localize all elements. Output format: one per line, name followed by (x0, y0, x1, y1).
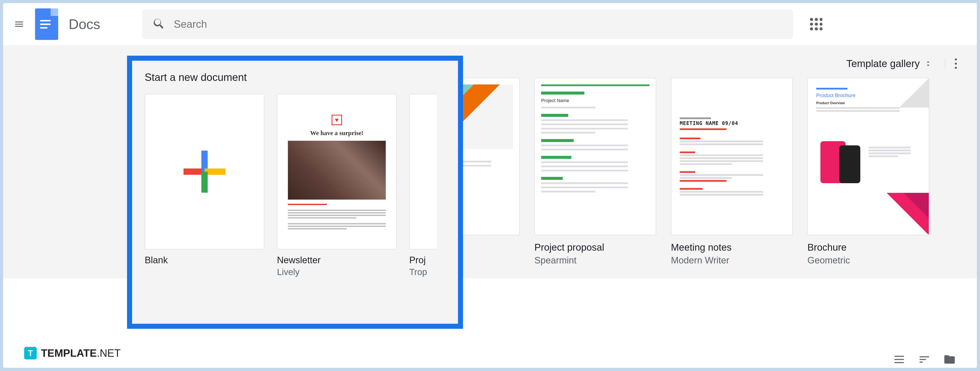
sort-icon[interactable] (918, 353, 931, 366)
template-subtitle: Geometric (807, 255, 929, 266)
watermark-thin: .NET (97, 347, 121, 359)
template-card-tropic-cut[interactable]: Proj Trop (409, 94, 437, 277)
list-view-icon[interactable] (893, 353, 905, 366)
template-title: Newsletter (277, 255, 397, 265)
template-title: Proj (409, 255, 437, 265)
app-header: Docs (3, 3, 977, 45)
main-menu-button[interactable] (11, 17, 27, 32)
google-apps-button[interactable] (810, 18, 822, 30)
template-title: Meeting notes (671, 242, 793, 253)
template-title: Project proposal (535, 242, 656, 253)
template-subtitle: Modern Writer (671, 255, 793, 266)
unfold-icon (924, 59, 932, 68)
gallery-label: Template gallery (846, 58, 920, 69)
app-window: Docs Template gallery (3, 3, 977, 368)
template-subtitle: Lively (277, 267, 397, 277)
template-thumbnail (145, 94, 264, 249)
heart-icon: ♥ (332, 115, 342, 125)
template-thumbnail (409, 94, 437, 249)
watermark-badge-icon: T (24, 347, 37, 360)
app-title: Docs (68, 16, 100, 32)
watermark-bold: TEMPLATE (41, 347, 97, 359)
template-card-newsletter[interactable]: ♥ We have a surprise! Newsletter Lively (277, 94, 397, 277)
template-thumbnail: ♥ We have a surprise! (277, 94, 397, 249)
template-card-meeting-notes[interactable]: MEETING NAME 09/04 (671, 78, 793, 266)
folder-icon[interactable] (943, 353, 956, 366)
plus-icon (183, 151, 226, 193)
watermark: T TEMPLATE.NET (24, 347, 121, 360)
docs-logo-icon[interactable] (35, 8, 58, 40)
template-title: Brochure (807, 242, 929, 253)
bottom-toolbar (893, 353, 956, 366)
template-subtitle: Trop (409, 267, 437, 277)
template-title: Blank (145, 255, 264, 265)
hamburger-icon (14, 19, 24, 29)
more-options-button[interactable] (945, 58, 956, 69)
template-subtitle: Spearmint (535, 255, 656, 266)
template-thumbnail: Product Brochure Product Overview (807, 78, 929, 235)
template-gallery-toggle[interactable]: Template gallery (846, 58, 932, 69)
search-input[interactable] (173, 18, 783, 30)
section-title: Start a new document (145, 71, 445, 83)
template-card-blank[interactable]: Blank (145, 94, 264, 277)
template-card-spearmint[interactable]: Project Name Pro (535, 78, 656, 266)
template-thumbnail: Project Name (535, 78, 656, 235)
template-thumbnail: MEETING NAME 09/04 (671, 78, 793, 235)
template-card-brochure[interactable]: Product Brochure Product Overview Brochu… (807, 78, 929, 266)
search-bar[interactable] (142, 10, 793, 39)
search-icon (153, 18, 173, 31)
highlight-callout: Start a new document Blank ♥ We have a s… (127, 56, 463, 329)
